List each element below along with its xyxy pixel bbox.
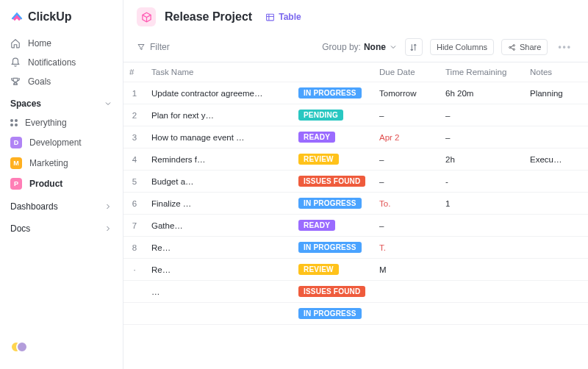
cell-task-name[interactable]: Budget a… — [146, 171, 293, 193]
cell-due-date[interactable]: – — [373, 104, 440, 126]
cell-due-date[interactable]: M — [373, 259, 440, 281]
table-row[interactable]: 7Gathe…READY– — [123, 215, 588, 237]
cell-status[interactable]: IN PROGRESS — [293, 303, 373, 325]
col-number[interactable]: # — [123, 62, 146, 82]
cell-notes[interactable]: Planning — [524, 82, 588, 104]
table-row[interactable]: 4Reminders f…REVIEW–2hExecu… — [123, 148, 588, 171]
cell-task-name[interactable]: How to manage event … — [146, 126, 293, 148]
table-row[interactable]: ·Re…REVIEWM — [123, 259, 588, 281]
nav-item-home[interactable]: Home — [0, 34, 123, 53]
spaces-header[interactable]: Spaces — [0, 91, 123, 113]
cube-icon — [141, 12, 152, 23]
space-item-everything[interactable]: Everything — [0, 113, 123, 132]
cell-time-remaining[interactable] — [440, 303, 524, 325]
table-row[interactable]: 3How to manage event …READYApr 2– — [123, 126, 588, 148]
cell-notes[interactable] — [524, 259, 588, 281]
cell-task-name[interactable]: Gathe… — [146, 215, 293, 237]
table-row[interactable]: 2Plan for next y…PENDING–– — [123, 104, 588, 126]
hide-columns-button[interactable]: Hide Columns — [430, 39, 494, 55]
space-label: Everything — [25, 118, 67, 128]
col-status[interactable] — [293, 62, 373, 82]
cell-status[interactable]: PENDING — [293, 104, 373, 126]
table-row[interactable]: …ISSUES FOUND — [123, 281, 588, 303]
cell-notes[interactable] — [524, 171, 588, 193]
cell-due-date[interactable]: To. — [373, 193, 440, 215]
cell-time-remaining[interactable] — [440, 259, 524, 281]
project-icon[interactable] — [137, 7, 156, 26]
member-avatars[interactable] — [10, 341, 31, 354]
cell-due-date[interactable] — [373, 303, 440, 325]
brand-name: ClickUp — [28, 10, 72, 24]
status-badge: IN PROGRESS — [298, 87, 362, 98]
cell-status[interactable]: REVIEW — [293, 148, 373, 171]
sort-button[interactable] — [405, 38, 423, 56]
cell-time-remaining[interactable] — [440, 281, 524, 303]
cell-task-name[interactable]: Re… — [146, 237, 293, 259]
cell-task-name[interactable] — [146, 303, 293, 325]
cell-notes[interactable] — [524, 237, 588, 259]
cell-due-date[interactable]: – — [373, 171, 440, 193]
cell-status[interactable]: READY — [293, 215, 373, 237]
cell-due-date[interactable]: Apr 2 — [373, 126, 440, 148]
groupby-selector[interactable]: Group by: None — [322, 42, 398, 52]
cell-status[interactable]: IN PROGRESS — [293, 193, 373, 215]
filter-button[interactable]: Filter — [137, 42, 170, 52]
space-item-development[interactable]: DDevelopment — [0, 132, 123, 153]
table-header-row: # Task Name Due Date Time Remaining Note… — [123, 62, 588, 82]
space-item-marketing[interactable]: MMarketing — [0, 153, 123, 173]
table-row[interactable]: 8Re…IN PROGRESST. — [123, 237, 588, 259]
col-time-remaining[interactable]: Time Remaining — [440, 62, 524, 82]
table-row[interactable]: IN PROGRESS — [123, 303, 588, 325]
cell-due-date[interactable]: T. — [373, 237, 440, 259]
nav-item-goals[interactable]: Goals — [0, 72, 123, 91]
cell-notes[interactable] — [524, 281, 588, 303]
cell-due-date[interactable]: – — [373, 148, 440, 171]
cell-task-name[interactable]: Reminders f… — [146, 148, 293, 171]
cell-notes[interactable] — [524, 303, 588, 325]
cell-time-remaining[interactable]: 1 — [440, 193, 524, 215]
cell-notes[interactable]: Execu… — [524, 148, 588, 171]
table-row[interactable]: 1Update contractor agreeme…IN PROGRESSTo… — [123, 82, 588, 104]
table-row[interactable]: 6Finalize …IN PROGRESSTo.1 — [123, 193, 588, 215]
cell-time-remaining[interactable] — [440, 215, 524, 237]
more-menu-button[interactable]: ••• — [555, 42, 575, 52]
cell-status[interactable]: IN PROGRESS — [293, 237, 373, 259]
col-due-date[interactable]: Due Date — [373, 62, 440, 82]
cell-task-name[interactable]: … — [146, 281, 293, 303]
sidebar-footer — [0, 334, 123, 362]
view-table-chip[interactable]: Table — [265, 12, 301, 22]
cell-notes[interactable] — [524, 126, 588, 148]
space-item-product[interactable]: PProduct — [0, 173, 123, 194]
cell-notes[interactable] — [524, 104, 588, 126]
cell-task-name[interactable]: Plan for next y… — [146, 104, 293, 126]
cell-due-date[interactable] — [373, 281, 440, 303]
status-badge: READY — [298, 220, 335, 231]
cell-notes[interactable] — [524, 215, 588, 237]
cell-status[interactable]: IN PROGRESS — [293, 82, 373, 104]
sidebar-section-dashboards[interactable]: Dashboards — [0, 194, 123, 216]
cell-task-name[interactable]: Update contractor agreeme… — [146, 82, 293, 104]
cell-due-date[interactable]: Tomorrow — [373, 82, 440, 104]
col-notes[interactable]: Notes — [524, 62, 588, 82]
cell-time-remaining[interactable]: – — [440, 104, 524, 126]
cell-task-name[interactable]: Finalize … — [146, 193, 293, 215]
cell-task-name[interactable]: Re… — [146, 259, 293, 281]
nav-item-notifications[interactable]: Notifications — [0, 53, 123, 72]
col-task-name[interactable]: Task Name — [146, 62, 293, 82]
cell-due-date[interactable]: – — [373, 215, 440, 237]
cell-status[interactable]: READY — [293, 126, 373, 148]
brand-logo[interactable]: ClickUp — [0, 7, 123, 34]
share-button[interactable]: Share — [501, 39, 548, 55]
cell-notes[interactable] — [524, 193, 588, 215]
sidebar-section-docs[interactable]: Docs — [0, 216, 123, 238]
cell-time-remaining[interactable]: 2h — [440, 148, 524, 171]
cell-status[interactable]: ISSUES FOUND — [293, 281, 373, 303]
table-row[interactable]: 5Budget a…ISSUES FOUND–- — [123, 171, 588, 193]
space-badge: D — [10, 137, 22, 148]
cell-time-remaining[interactable] — [440, 237, 524, 259]
cell-time-remaining[interactable]: - — [440, 171, 524, 193]
cell-time-remaining[interactable]: – — [440, 126, 524, 148]
cell-status[interactable]: REVIEW — [293, 259, 373, 281]
cell-time-remaining[interactable]: 6h 20m — [440, 82, 524, 104]
cell-status[interactable]: ISSUES FOUND — [293, 171, 373, 193]
